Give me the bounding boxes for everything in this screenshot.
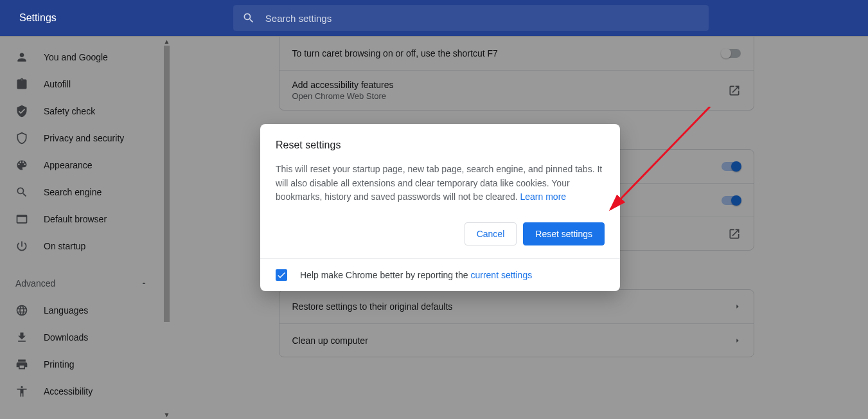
search-icon [242,12,255,24]
search-placeholder: Search settings [265,13,332,24]
app-header: Settings Search settings [0,0,868,36]
dialog-body-text: This will reset your startup page, new t… [276,163,605,204]
cancel-button[interactable]: Cancel [465,222,517,245]
reset-settings-dialog: Reset settings This will reset your star… [260,124,620,291]
cancel-button-label: Cancel [477,229,505,239]
reset-button-label: Reset settings [535,229,592,239]
report-checkbox[interactable] [276,269,287,281]
reset-settings-button[interactable]: Reset settings [523,222,605,245]
check-icon [276,270,287,280]
learn-more-link[interactable]: Learn more [520,192,567,202]
search-input[interactable]: Search settings [233,5,709,31]
dialog-footer: Help make Chrome better by reporting the… [260,258,620,291]
current-settings-link[interactable]: current settings [470,270,532,280]
footer-prefix: Help make Chrome better by reporting the [300,270,468,280]
dialog-title: Reset settings [276,139,605,151]
page-title: Settings [19,12,57,24]
